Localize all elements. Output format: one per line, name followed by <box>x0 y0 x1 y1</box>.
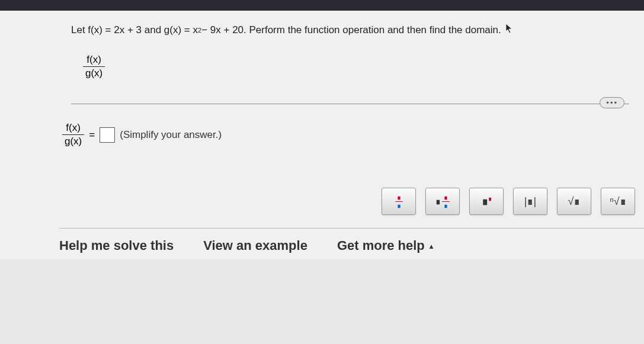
problem-text-suffix: − 9x + 20. Perform the function operatio… <box>201 24 501 36</box>
fraction-fx-gx: f(x) g(x) <box>83 54 105 80</box>
caret-up-icon: ▴ <box>430 242 433 250</box>
absolute-value-tool-button[interactable]: |∎| <box>513 188 547 215</box>
exponent-icon: ∎∎ <box>482 195 492 208</box>
sqrt-icon: √∎ <box>568 195 581 208</box>
equals-sign: = <box>89 129 95 141</box>
answer-row: f(x) g(x) = (Simplify your answer.) <box>62 122 629 148</box>
section-divider <box>71 104 629 104</box>
more-options-button[interactable]: ••• <box>600 97 624 108</box>
fraction-tool-button[interactable]: ∎∎ <box>382 188 416 215</box>
sqrt-tool-button[interactable]: √∎ <box>557 188 591 215</box>
problem-statement: Let f(x) = 2x + 3 and g(x) = x2 − 9x + 2… <box>71 22 629 37</box>
math-toolbar: ∎∎ ∎∎∎ ∎∎ |∎| √∎ ⁿ√∎ <box>382 188 635 215</box>
cursor-icon <box>505 22 514 37</box>
mixed-number-tool-button[interactable]: ∎∎∎ <box>425 188 460 215</box>
help-bar: Help me solve this View an example Get m… <box>59 228 644 253</box>
answer-denominator: g(x) <box>62 134 84 147</box>
help-solve-link[interactable]: Help me solve this <box>59 238 174 253</box>
answer-numerator: f(x) <box>63 122 83 134</box>
window-top-bar <box>0 0 644 11</box>
fraction-numerator: f(x) <box>84 54 104 66</box>
problem-panel: Let f(x) = 2x + 3 and g(x) = x2 − 9x + 2… <box>0 11 644 259</box>
problem-text-prefix: Let f(x) = 2x + 3 and g(x) = x <box>71 24 198 36</box>
get-more-help-link[interactable]: Get more help ▴ <box>337 238 433 253</box>
nthroot-tool-button[interactable]: ⁿ√∎ <box>601 188 635 215</box>
expression-display: f(x) g(x) <box>83 54 629 80</box>
answer-input-box[interactable] <box>100 127 115 143</box>
mixed-number-icon: ∎∎∎ <box>435 194 450 209</box>
answer-hint: (Simplify your answer.) <box>120 129 222 141</box>
nthroot-icon: ⁿ√∎ <box>610 195 626 208</box>
exponent-tool-button[interactable]: ∎∎ <box>469 188 504 215</box>
fraction-denominator: g(x) <box>83 66 105 79</box>
abs-icon: |∎| <box>524 195 536 208</box>
get-more-help-label: Get more help <box>337 238 425 253</box>
fraction-icon: ∎∎ <box>395 194 403 209</box>
answer-fraction: f(x) g(x) <box>62 122 84 148</box>
view-example-link[interactable]: View an example <box>203 238 307 253</box>
